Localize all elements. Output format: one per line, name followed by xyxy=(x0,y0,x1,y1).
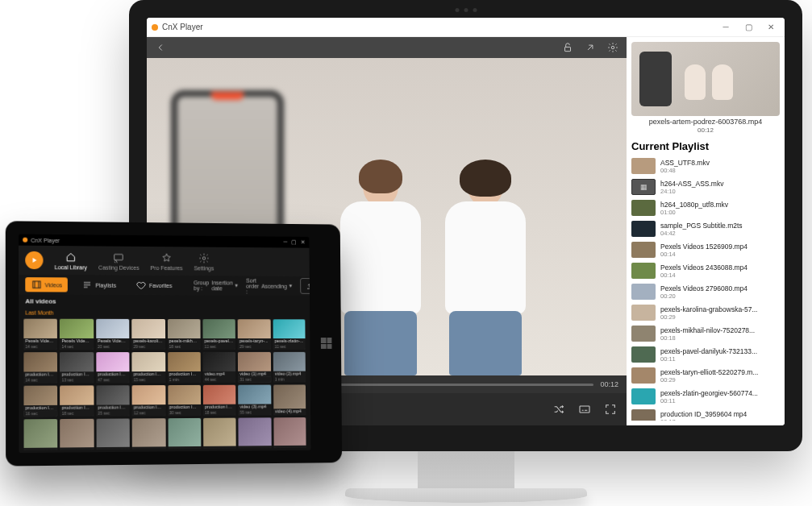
playlist-item[interactable]: Pexels Videos 1526909.mp400:14 xyxy=(631,239,780,260)
playlist-item-duration: 00:29 xyxy=(660,376,780,384)
filter-favorites[interactable]: Favorites xyxy=(130,278,177,292)
video-tile[interactable]: production ID_5198159.mp430 sec xyxy=(168,385,201,416)
playlist-item-duration: 00:29 xyxy=(660,313,780,321)
playlist-item[interactable]: Pexels Videos 2796080.mp400:20 xyxy=(631,281,780,302)
video-tile[interactable]: production ID_4037228.mp416 sec xyxy=(23,386,57,417)
video-tile-duration xyxy=(24,450,58,450)
video-tile-duration: 55 sec xyxy=(239,409,272,415)
video-tile[interactable] xyxy=(273,417,306,448)
playlist-title: Current Playlist xyxy=(631,140,780,152)
playlist-item[interactable]: ▦h264-ASS_ASS.mkv24:10 xyxy=(631,176,780,197)
video-tile[interactable] xyxy=(96,418,130,450)
filter-videos[interactable]: Videos xyxy=(25,277,68,292)
video-tile-name: pexels-zlatin-... xyxy=(273,338,305,344)
playlist-item[interactable]: pexels-pavel-danilyuk-732133...00:11 xyxy=(631,344,780,365)
video-tile[interactable] xyxy=(60,419,94,450)
window-close-button[interactable]: ✕ xyxy=(301,239,306,246)
tab-casting-devices[interactable]: Casting Devices xyxy=(98,251,139,270)
video-tile[interactable]: production ID_3981706.mp414 sec xyxy=(23,352,57,384)
heart-icon xyxy=(135,280,147,291)
video-tile-duration xyxy=(60,449,94,450)
video-tile[interactable] xyxy=(239,417,272,448)
fullscreen-icon[interactable] xyxy=(604,403,617,416)
library-section-label: Last Month xyxy=(19,308,310,317)
video-tile-thumb xyxy=(132,418,165,447)
tab-settings[interactable]: Settings xyxy=(194,252,214,271)
video-tile[interactable]: production ID_5147455.mp412 sec xyxy=(132,385,165,416)
video-tile-thumb xyxy=(60,352,94,371)
video-tile-thumb xyxy=(96,418,130,447)
chevron-down-icon: ▾ xyxy=(289,283,293,289)
video-tile[interactable] xyxy=(24,419,58,450)
popout-icon[interactable] xyxy=(585,42,596,53)
video-tile[interactable]: production ID_5061406.mp41 min xyxy=(168,352,201,383)
playlist-item[interactable]: pexels-zlatin-georgiev-560774...00:11 xyxy=(631,386,780,407)
video-tile[interactable]: video (1).mp431 sec xyxy=(238,352,271,383)
video-tile[interactable]: video.mp444 sec xyxy=(203,352,236,383)
window-minimize-button[interactable]: ─ xyxy=(717,22,735,33)
video-tile-duration: 31 sec xyxy=(238,377,270,383)
video-tile[interactable]: pexels-pavel-da...11 sec xyxy=(202,319,235,350)
playlist-item-name: pexels-mikhail-nilov-7520278... xyxy=(660,326,780,334)
video-tile-thumb xyxy=(96,385,130,404)
subtitle-icon[interactable] xyxy=(578,403,591,416)
video-tile[interactable]: pexels-karolina...29 sec xyxy=(131,319,164,350)
window-minimize-button[interactable]: ─ xyxy=(283,239,287,246)
video-tile[interactable] xyxy=(132,418,165,450)
video-tile[interactable]: production ID_5268584.mp418 sec xyxy=(203,385,236,416)
playlist-thumb xyxy=(631,388,656,404)
playlist-item-duration: 00:11 xyxy=(660,355,780,363)
video-tile-duration xyxy=(96,449,130,450)
playlist-item[interactable]: Pexels Videos 2436088.mp400:14 xyxy=(631,260,780,281)
playlist-item-name: production ID_3959604 mp4 xyxy=(660,410,780,418)
video-tile[interactable] xyxy=(168,418,201,449)
playlist-item[interactable]: sample_PGS Subtitle.m2ts04:42 xyxy=(631,218,780,239)
playlist-item[interactable]: pexels-taryn-elliott-5220279.m...00:29 xyxy=(631,365,780,386)
svg-rect-2 xyxy=(580,406,589,413)
video-tile[interactable]: Pexels Videos 2796080.mp420 sec xyxy=(96,319,130,350)
nowplaying-thumb[interactable] xyxy=(631,42,780,116)
sort-order-dropdown[interactable]: Sort order : Ascending ▾ xyxy=(246,277,293,294)
video-tile[interactable]: video (4).mp4 xyxy=(273,384,306,415)
video-tile[interactable]: pexels-zlatin-...11 sec xyxy=(273,319,305,350)
playlist-item[interactable]: h264_1080p_utf8.mkv01:00 xyxy=(631,197,780,218)
video-tile-thumb xyxy=(273,352,305,371)
window-maximize-button[interactable]: ▢ xyxy=(291,239,297,246)
video-tile[interactable]: Pexels Videos 2436088.mp414 sec xyxy=(60,319,94,350)
settings-gear-icon[interactable] xyxy=(607,42,618,53)
filter-playlists[interactable]: Playlists xyxy=(76,277,122,292)
video-tile[interactable]: pexels-taryn-...29 sec xyxy=(238,319,271,350)
video-tile-name: Pexels Videos 2796080.mp4 xyxy=(96,338,129,344)
video-tile[interactable]: production ID_4063585.mp418 sec xyxy=(60,385,94,417)
video-tile[interactable]: Pexels Videos 152690914 sec xyxy=(23,319,57,350)
video-tile[interactable]: production ID_4089576.mp425 sec xyxy=(96,385,130,416)
lock-icon[interactable] xyxy=(562,42,573,53)
playlist-item[interactable]: pexels-mikhail-nilov-7520278...00:18 xyxy=(631,323,780,344)
open-file-button[interactable]: Open File xyxy=(300,278,310,294)
video-tile-name: pexels-karolina... xyxy=(131,338,164,344)
video-tile[interactable]: video (3).mp455 sec xyxy=(238,385,271,416)
video-tile-duration: 20 sec xyxy=(96,344,129,350)
tab-local-library[interactable]: Local Library xyxy=(55,251,87,270)
video-tile-duration: 14 sec xyxy=(60,344,94,350)
video-tile[interactable]: production ID_4267245.mp447 sec xyxy=(96,352,130,383)
playlist-item-name: pexels-zlatin-georgiev-560774... xyxy=(660,389,780,397)
window-close-button[interactable]: ✕ xyxy=(762,22,780,33)
window-maximize-button[interactable]: ▢ xyxy=(739,22,757,33)
back-icon[interactable] xyxy=(155,42,166,53)
video-tile[interactable] xyxy=(203,418,236,449)
playlist-item-duration: 01:00 xyxy=(660,209,780,216)
shuffle-icon[interactable] xyxy=(552,403,565,416)
group-by-dropdown[interactable]: Group by : Insertion date ▾ xyxy=(194,280,238,291)
tab-pro-features[interactable]: Pro Features xyxy=(150,252,182,271)
playlist-item[interactable]: pexels-karolina-grabowska-57...00:29 xyxy=(631,302,780,323)
video-tile[interactable]: production ID_4010188.mp413 sec xyxy=(60,352,94,383)
video-tile[interactable]: production ID_4814756.mp415 sec xyxy=(131,352,164,383)
video-tile[interactable]: pexels-mikhail-...18 sec xyxy=(167,319,200,350)
video-tile[interactable]: video (2).mp41 min xyxy=(273,352,305,383)
video-tile-duration: 12 sec xyxy=(132,410,165,416)
playlist-item[interactable]: production ID_3959604 mp400:17 xyxy=(631,407,780,421)
playlist-thumb xyxy=(631,200,656,216)
quick-play-button[interactable] xyxy=(25,251,43,269)
playlist-item[interactable]: ASS_UTF8.mkv00:48 xyxy=(631,156,780,176)
